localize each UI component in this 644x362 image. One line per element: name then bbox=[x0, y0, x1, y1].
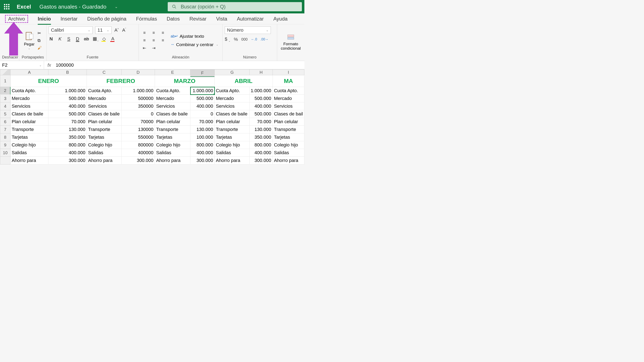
cell[interactable]: Tarjetas bbox=[10, 133, 48, 141]
percent-button[interactable]: % bbox=[234, 37, 238, 42]
column-header[interactable]: A bbox=[10, 69, 48, 75]
clipboard-icon[interactable] bbox=[25, 31, 34, 41]
decrease-font-icon[interactable]: Aˇ bbox=[122, 27, 126, 33]
cell[interactable]: 350.000 bbox=[250, 133, 273, 141]
borders-button[interactable]: ▦⌄ bbox=[93, 36, 98, 42]
underline-button[interactable]: S bbox=[66, 36, 71, 42]
cell[interactable]: Salidas bbox=[215, 149, 250, 157]
cell[interactable]: Servicios bbox=[87, 102, 122, 110]
cell[interactable]: Clases de bail bbox=[273, 110, 304, 118]
tab-revisar[interactable]: Revisar bbox=[190, 15, 206, 23]
row-header[interactable]: 8 bbox=[0, 133, 10, 141]
row-header[interactable]: 9 bbox=[0, 141, 10, 149]
cell[interactable]: Plan celular bbox=[87, 118, 122, 126]
row-header[interactable]: 10 bbox=[0, 149, 10, 157]
column-header[interactable]: C bbox=[87, 69, 122, 75]
cell[interactable]: 400.000 bbox=[48, 102, 87, 110]
fill-color-button[interactable]: ◇ bbox=[102, 36, 106, 42]
cell[interactable]: Salidas bbox=[87, 149, 122, 157]
font-name-select[interactable]: Calibri⌄ bbox=[49, 26, 93, 34]
format-painter-icon[interactable]: 🖌 bbox=[38, 45, 42, 50]
cell[interactable]: 100.000 bbox=[190, 133, 215, 141]
cell[interactable]: 550000 bbox=[122, 133, 155, 141]
number-format-select[interactable]: Número⌄ bbox=[225, 26, 271, 34]
tab-archivo[interactable]: Archivo bbox=[5, 15, 28, 23]
month-header-cell[interactable]: FEBRERO bbox=[87, 75, 155, 87]
cell[interactable]: 800000 bbox=[122, 141, 155, 149]
cell[interactable]: Ahorro para bbox=[273, 157, 304, 164]
cell[interactable]: Servicios bbox=[155, 102, 190, 110]
tab-fórmulas[interactable]: Fórmulas bbox=[136, 15, 157, 23]
cell[interactable]: Tarjetas bbox=[273, 133, 304, 141]
cut-icon[interactable]: ✂ bbox=[38, 30, 42, 36]
app-launcher-icon[interactable] bbox=[2, 2, 11, 11]
cell[interactable]: Mercado bbox=[215, 95, 250, 102]
fx-icon[interactable]: fx bbox=[44, 62, 54, 68]
tab-automatizar[interactable]: Automatizar bbox=[237, 15, 264, 23]
tab-datos[interactable]: Datos bbox=[167, 15, 180, 23]
cell[interactable]: 400000 bbox=[122, 149, 155, 157]
cell[interactable]: 70.000 bbox=[48, 118, 87, 126]
column-header[interactable]: G bbox=[215, 69, 250, 75]
paste-button[interactable]: Pegar bbox=[24, 42, 34, 46]
column-header[interactable]: D bbox=[122, 69, 155, 75]
cell[interactable]: 400.000 bbox=[250, 102, 273, 110]
cell[interactable]: 70000 bbox=[122, 118, 155, 126]
cell[interactable]: Cuota Apto. bbox=[10, 87, 48, 95]
cell[interactable]: 130000 bbox=[122, 126, 155, 133]
currency-button[interactable]: $ ⌄ bbox=[225, 36, 230, 42]
cell[interactable]: 500000 bbox=[122, 95, 155, 102]
month-header-cell[interactable]: ENERO bbox=[10, 75, 87, 87]
wrap-text-button[interactable]: ab↵Ajustar texto bbox=[171, 34, 218, 39]
cell[interactable]: 0 bbox=[122, 110, 155, 118]
cell[interactable]: Tarjetas bbox=[215, 133, 250, 141]
cell[interactable]: 800.000 bbox=[250, 141, 273, 149]
month-header-cell[interactable]: ABRIL bbox=[215, 75, 273, 87]
cell[interactable]: Plan celular bbox=[155, 118, 190, 126]
cell[interactable]: Cuota Apto. bbox=[155, 87, 190, 95]
cell[interactable]: Mercado bbox=[155, 95, 190, 102]
cell[interactable]: 300.000 bbox=[48, 157, 87, 164]
chevron-down-icon[interactable]: ⌄ bbox=[115, 4, 118, 9]
cell[interactable]: Transporte bbox=[87, 126, 122, 133]
column-header[interactable]: E bbox=[155, 69, 190, 75]
cell[interactable]: 400.000 bbox=[250, 149, 273, 157]
merge-center-button[interactable]: ↔Combinar y centrar⌄ bbox=[171, 42, 218, 47]
cell[interactable]: Tarjetas bbox=[87, 133, 122, 141]
row-header[interactable]: 7 bbox=[0, 126, 10, 133]
name-box[interactable]: F2⌄ bbox=[0, 61, 44, 69]
cell[interactable]: 500.000 bbox=[48, 110, 87, 118]
cell[interactable]: 130.000 bbox=[250, 126, 273, 133]
cell[interactable]: Colegio hijo bbox=[215, 141, 250, 149]
cell[interactable]: Colegio hijo bbox=[155, 141, 190, 149]
row-header[interactable]: 6 bbox=[0, 118, 10, 126]
cell[interactable]: 300.000 bbox=[190, 157, 215, 164]
cell[interactable]: 500.000 bbox=[250, 110, 273, 118]
column-header[interactable]: I bbox=[273, 69, 304, 75]
tab-vista[interactable]: Vista bbox=[216, 15, 227, 23]
conditional-formatting-button[interactable]: Formato condicional bbox=[279, 42, 302, 51]
font-size-select[interactable]: 11⌄ bbox=[95, 26, 112, 34]
cell[interactable]: Cuota Apto. bbox=[215, 87, 250, 95]
cell[interactable]: Ahorro para bbox=[10, 157, 48, 164]
conditional-formatting-icon[interactable] bbox=[287, 34, 294, 40]
cell[interactable]: 1.000.000 bbox=[190, 87, 215, 95]
tab-insertar[interactable]: Insertar bbox=[60, 15, 78, 23]
cell[interactable]: Transporte bbox=[215, 126, 250, 133]
cell[interactable]: 130.000 bbox=[190, 126, 215, 133]
cell[interactable]: Colegio hijo bbox=[87, 141, 122, 149]
cell[interactable]: 500.000 bbox=[48, 95, 87, 102]
copy-icon[interactable]: ⧉ bbox=[38, 38, 42, 43]
cell[interactable]: Transporte bbox=[155, 126, 190, 133]
tab-diseño-de-página[interactable]: Diseño de página bbox=[87, 15, 126, 23]
row-header[interactable]: 2 bbox=[0, 87, 10, 94]
cell[interactable]: 800.000 bbox=[48, 141, 87, 149]
cell[interactable]: 70.000 bbox=[190, 118, 215, 126]
cell[interactable]: Clases de baile bbox=[10, 110, 48, 118]
column-header[interactable]: B bbox=[48, 69, 87, 75]
cell[interactable]: Ahorro para bbox=[87, 157, 122, 164]
month-header-cell[interactable]: MA bbox=[273, 75, 304, 87]
tab-ayuda[interactable]: Ayuda bbox=[273, 15, 288, 23]
cell[interactable]: 800.000 bbox=[190, 141, 215, 149]
font-color-button[interactable]: A bbox=[110, 36, 115, 42]
